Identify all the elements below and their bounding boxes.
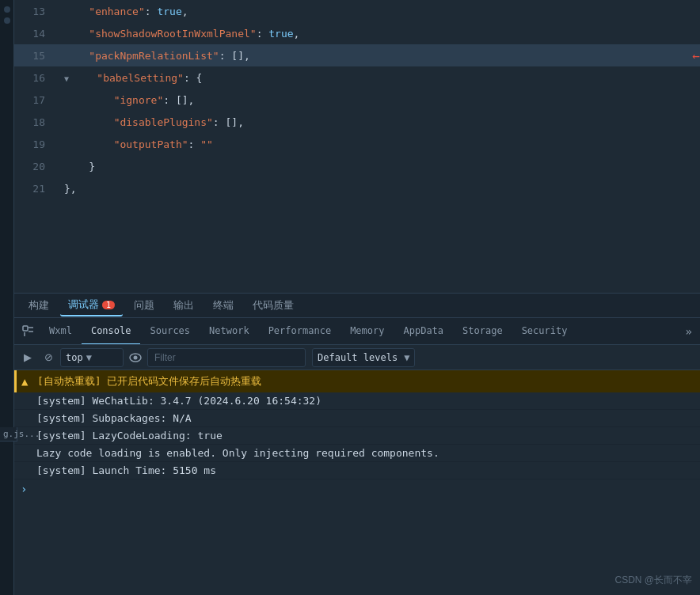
devtools-more-icon[interactable]: » [681,325,697,338]
devtools-tab-security[interactable]: Security [512,318,577,345]
level-selector[interactable]: Default levels ▼ [312,348,415,367]
json-bool: true [268,28,293,40]
level-dropdown-icon: ▼ [404,352,409,363]
json-bool: true [157,6,181,17]
bottom-tab-输出[interactable]: 输出 [165,295,202,316]
line-number: 19 [14,138,58,150]
json-key: "disablePlugins" [114,116,213,128]
json-bracket: } [64,183,70,195]
code-line: 13 "enhance": true, [14,0,700,22]
code-line: 19 "outputPath": "" [14,133,700,155]
line-number: 21 [14,183,58,195]
devtools-panel: WxmlConsoleSourcesNetworkPerformanceMemo… [14,318,700,595]
devtools-inspect-icon[interactable] [17,318,40,345]
devtools-tab-memory[interactable]: Memory [340,318,394,345]
content-area: 13 "enhance": true,14 "showShadowRootInW… [14,0,700,595]
json-string: "" [200,138,213,150]
json-key: "babelSetting" [97,72,184,84]
json-comma: , [188,94,195,106]
json-key: "showShadowRootInWxmlPanel" [89,28,256,40]
context-selector[interactable]: top ▼ [60,348,124,367]
bottom-tab-代码质量[interactable]: 代码质量 [245,295,302,316]
json-key: "packNpmRelationList" [89,50,219,62]
console-log-line: [system] Subpackages: N/A [14,410,700,427]
arrow-indicator: ← [692,48,700,63]
devtools-tab-storage[interactable]: Storage [453,318,512,345]
line-number: 13 [14,6,58,17]
fold-arrow[interactable]: ▼ [64,74,69,83]
svg-point-2 [134,355,138,359]
console-log-line: [system] Launch Time: 5150 ms [14,462,700,479]
json-comma: , [182,6,188,17]
console-prompt[interactable]: › [14,479,700,498]
code-line: 17 "ignore": [], [14,89,700,111]
bottom-tab-终端[interactable]: 终端 [205,295,242,316]
json-colon: : [219,50,232,62]
json-colon: : [257,28,269,40]
json-bracket: } [89,161,95,172]
code-line: 15 "packNpmRelationList": [],← [14,44,700,66]
devtools-tab-sources[interactable]: Sources [140,318,200,345]
console-block-btn[interactable]: ⊘ [40,349,57,366]
line-number: 15 [14,50,58,62]
code-lines: 13 "enhance": true,14 "showShadowRootInW… [14,0,700,293]
json-bracket: [] [176,94,188,106]
level-label: Default levels [318,352,398,363]
json-comma: , [70,183,77,195]
json-comma: , [294,28,300,40]
prompt-caret: › [21,483,27,495]
line-content: ▼ "babelSetting": { [58,72,700,84]
code-line: 21}, [14,177,700,199]
devtools-tab-performance[interactable]: Performance [259,318,340,345]
devtools-tab-wxml[interactable]: Wxml [40,318,82,345]
console-log-line: Lazy code loading is enabled. Only injec… [14,445,700,462]
console-play-btn[interactable]: ▶ [19,349,36,366]
js-file-label: g.js... [0,427,17,442]
json-comma: , [238,116,244,128]
line-content: "enhance": true, [58,6,700,17]
devtools-tab-console[interactable]: Console [82,318,141,345]
line-number: 20 [14,161,58,172]
json-bracket: [] [226,116,238,128]
tab-label: 输出 [173,298,194,313]
bottom-tab-问题[interactable]: 问题 [126,295,162,316]
line-content: "showShadowRootInWxmlPanel": true, [58,28,700,40]
left-sidebar [0,0,14,595]
console-log-line: [system] WeChatLib: 3.4.7 (2024.6.20 16:… [14,392,700,410]
bottom-tab-调试器[interactable]: 调试器1 [60,294,123,316]
line-number: 16 [14,72,58,84]
tab-label: 问题 [134,298,154,313]
warning-icon: ▲ [21,375,28,388]
tab-label: 构建 [29,298,49,313]
svg-rect-0 [23,326,28,331]
console-output: ▲[自动热重载] 已开启代码文件保存后自动热重载[system] WeChatL… [14,370,700,595]
eye-btn[interactable] [127,349,144,366]
context-label: top [66,352,83,363]
editor-area: 13 "enhance": true,14 "showShadowRootInW… [14,0,700,293]
json-comma: , [244,50,250,62]
warning-text: [自动热重载] 已开启代码文件保存后自动热重载 [37,374,261,388]
bottom-tab-构建[interactable]: 构建 [21,295,57,316]
json-key: "outputPath" [114,138,188,150]
tab-label: 代码质量 [253,298,294,313]
json-colon: : [163,94,176,106]
json-colon: : [188,138,201,150]
devtools-tabs: WxmlConsoleSourcesNetworkPerformanceMemo… [14,318,700,345]
sidebar-dot [4,17,10,24]
filter-input[interactable] [147,348,306,367]
watermark: CSDN @长而不宰 [614,574,692,587]
line-content: "outputPath": "" [58,138,700,150]
tab-label: 终端 [213,298,234,313]
line-number: 18 [14,116,58,128]
line-content: } [58,161,700,172]
devtools-tab-network[interactable]: Network [200,318,259,345]
json-key: "enhance" [89,6,144,17]
devtools-tab-appdata[interactable]: AppData [394,318,453,345]
code-line: 18 "disablePlugins": [], [14,111,700,133]
console-toolbar: ▶ ⊘ top ▼ Default levels ▼ [14,345,700,370]
json-bracket: { [196,72,203,84]
code-line: 14 "showShadowRootInWxmlPanel": true, [14,22,700,44]
bottom-tabs-bar: 构建调试器1问题输出终端代码质量 [14,293,700,318]
code-line: 16▼ "babelSetting": { [14,66,700,89]
json-key: "ignore" [114,94,164,106]
